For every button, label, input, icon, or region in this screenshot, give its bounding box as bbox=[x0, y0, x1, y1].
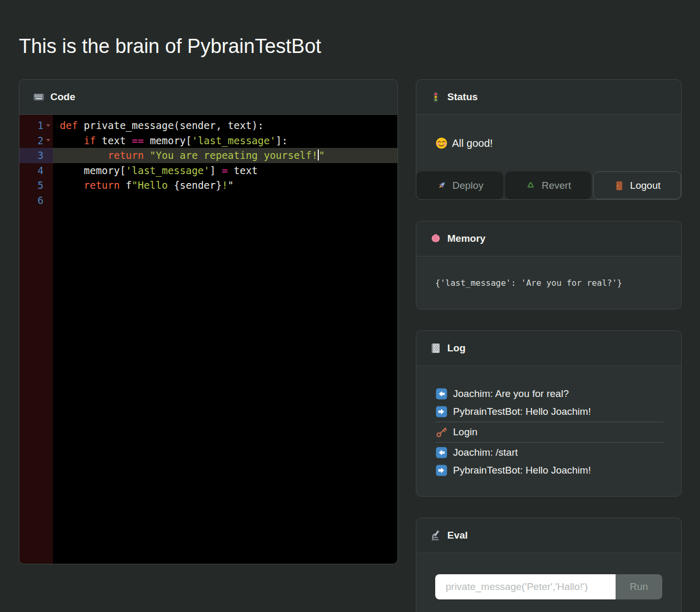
code-line[interactable]: 5 return f"Hello {sender}!" bbox=[19, 178, 397, 193]
status-panel-header: Status bbox=[416, 80, 681, 115]
brain-icon bbox=[430, 233, 441, 244]
eval-input[interactable] bbox=[435, 574, 616, 599]
line-gutter: 3 bbox=[19, 148, 53, 163]
line-number: 4 bbox=[19, 163, 44, 178]
eval-panel-header: Eval bbox=[416, 518, 681, 553]
status-message-text: All good! bbox=[452, 137, 493, 149]
line-number: 6 bbox=[19, 193, 44, 208]
right-arrow-icon bbox=[435, 464, 448, 477]
status-panel: Status All good! Deploy Revert Logout bbox=[416, 79, 682, 200]
main-columns: Code 1def private_message(sender, text):… bbox=[0, 59, 700, 612]
eval-input-group: Run bbox=[435, 574, 662, 599]
fold-gutter-cell bbox=[44, 139, 53, 142]
left-arrow-icon bbox=[435, 388, 448, 400]
code-editor[interactable]: 1def private_message(sender, text):2 if … bbox=[19, 115, 397, 564]
log-panel-header: Log bbox=[416, 331, 681, 366]
fold-arrow-icon[interactable] bbox=[46, 124, 50, 127]
log-entry-text: PybrainTestBot: Hello Joachim! bbox=[453, 465, 591, 476]
traffic-light-icon bbox=[430, 91, 441, 103]
line-gutter: 1 bbox=[19, 118, 53, 133]
log-entry-text: PybrainTestBot: Hello Joachim! bbox=[453, 406, 591, 417]
left-arrow-icon bbox=[435, 446, 448, 459]
log-entry-text: Login bbox=[453, 426, 478, 438]
code-panel-title: Code bbox=[50, 91, 76, 103]
revert-button[interactable]: Revert bbox=[505, 171, 592, 199]
log-entries: Joachim: Are you for real?PybrainTestBot… bbox=[416, 366, 681, 496]
deploy-button[interactable]: Deploy bbox=[416, 171, 503, 199]
code-line-text: if text == memory['last_message']: bbox=[53, 133, 397, 148]
memory-panel: Memory {'last_message': 'Are you for rea… bbox=[416, 221, 682, 309]
line-number: 1 bbox=[19, 118, 44, 133]
notebook-icon bbox=[430, 342, 441, 354]
eval-panel-title: Eval bbox=[447, 530, 468, 541]
code-line-text bbox=[53, 193, 397, 208]
line-gutter: 2 bbox=[19, 133, 53, 148]
line-gutter: 4 bbox=[19, 163, 53, 178]
log-panel-title: Log bbox=[447, 342, 466, 354]
door-icon bbox=[614, 180, 624, 191]
code-line-text: return f"Hello {sender}!" bbox=[53, 178, 397, 193]
right-arrow-icon bbox=[435, 405, 448, 418]
log-entry-text: Joachim: Are you for real? bbox=[453, 388, 569, 400]
log-entry: Joachim: Are you for real? bbox=[416, 385, 681, 403]
logout-button[interactable]: Logout bbox=[593, 171, 681, 199]
log-panel: Log Joachim: Are you for real?PybrainTes… bbox=[416, 330, 682, 497]
line-gutter: 6 bbox=[19, 193, 53, 208]
status-panel-title: Status bbox=[447, 91, 478, 103]
log-entry: Login bbox=[416, 423, 681, 441]
log-entry: PybrainTestBot: Hello Joachim! bbox=[416, 403, 681, 421]
code-line[interactable]: 1def private_message(sender, text): bbox=[19, 118, 397, 133]
page-title: This is the brain of PybrainTestBot bbox=[19, 34, 700, 59]
eval-panel: Eval Run bbox=[416, 518, 682, 612]
line-number: 3 bbox=[19, 148, 44, 163]
key-icon bbox=[435, 426, 448, 438]
status-message: All good! bbox=[416, 115, 681, 171]
revert-button-label: Revert bbox=[542, 180, 571, 191]
code-line-text: def private_message(sender, text): bbox=[53, 118, 397, 133]
log-divider bbox=[435, 442, 663, 443]
code-line-text: memory['last_message'] = text bbox=[53, 163, 397, 178]
log-entry-text: Joachim: /start bbox=[453, 447, 518, 458]
log-divider bbox=[435, 422, 663, 422]
run-button[interactable]: Run bbox=[616, 574, 662, 599]
logout-button-label: Logout bbox=[630, 180, 661, 191]
code-line[interactable]: 6 bbox=[19, 193, 397, 208]
smiling-face-icon bbox=[435, 137, 448, 149]
log-entry: PybrainTestBot: Hello Joachim! bbox=[416, 461, 681, 479]
fold-gutter-cell bbox=[44, 124, 53, 127]
line-number: 2 bbox=[19, 133, 44, 148]
memory-body: {'last_message': 'Are you for real?'} bbox=[416, 256, 681, 309]
recycle-icon bbox=[525, 180, 536, 191]
log-entry: Joachim: /start bbox=[416, 444, 681, 461]
code-line[interactable]: 4 memory['last_message'] = text bbox=[19, 163, 397, 178]
keyboard-icon bbox=[33, 91, 45, 103]
code-panel: Code 1def private_message(sender, text):… bbox=[19, 79, 398, 564]
code-panel-header: Code bbox=[19, 80, 397, 115]
code-line-text: return "You are repeating yourself!" bbox=[53, 148, 397, 163]
fold-arrow-icon[interactable] bbox=[46, 139, 50, 142]
code-line[interactable]: 2 if text == memory['last_message']: bbox=[19, 133, 397, 148]
memory-panel-title: Memory bbox=[447, 233, 486, 244]
deploy-button-label: Deploy bbox=[453, 180, 483, 191]
line-number: 5 bbox=[19, 178, 44, 193]
eval-body: Run bbox=[416, 553, 681, 612]
status-button-row: Deploy Revert Logout bbox=[416, 171, 681, 199]
memory-panel-header: Memory bbox=[416, 221, 681, 256]
rocket-icon bbox=[436, 180, 447, 191]
microscope-icon bbox=[430, 530, 441, 541]
code-line[interactable]: 3 return "You are repeating yourself!" bbox=[19, 148, 397, 163]
memory-content: {'last_message': 'Are you for real?'} bbox=[435, 278, 622, 288]
line-gutter: 5 bbox=[19, 178, 53, 193]
